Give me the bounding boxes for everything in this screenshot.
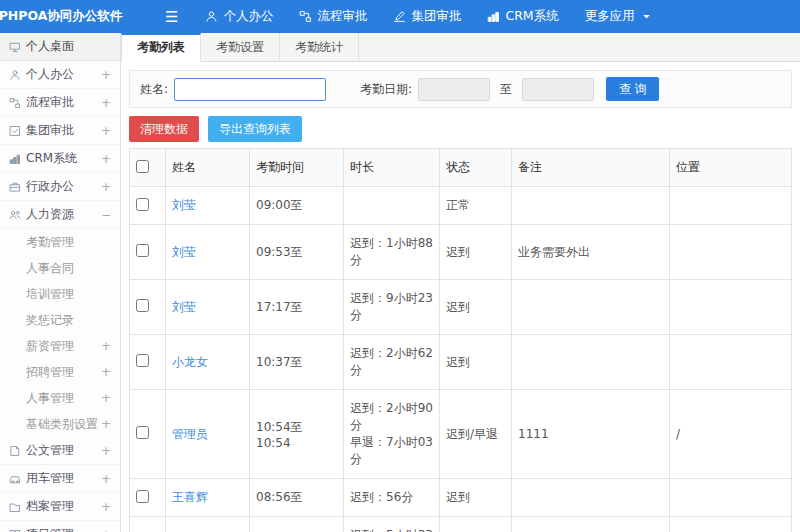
nav-item[interactable]: 个人办公 (192, 0, 286, 33)
sidebar-subitem[interactable]: 人事合同 (0, 255, 120, 281)
employee-name-link[interactable]: 刘莹 (172, 245, 196, 259)
expand-icon[interactable]: + (101, 444, 111, 458)
row-checkbox[interactable] (136, 426, 149, 439)
sidebar-item-label: 个人桌面 (26, 38, 111, 55)
sidebar-subitem[interactable]: 基础类别设置+ (0, 411, 120, 437)
sidebar-subitem[interactable]: 奖惩记录 (0, 307, 120, 333)
export-list-button[interactable]: 导出查询列表 (208, 116, 302, 142)
briefcase-icon (9, 181, 26, 193)
clear-data-button[interactable]: 清理数据 (129, 116, 199, 142)
nav-item[interactable]: CRM系统 (474, 0, 571, 33)
tab-attendance-stats[interactable]: 考勤统计 (280, 33, 359, 61)
user-icon (9, 69, 26, 81)
status-cell: 迟到 (440, 280, 512, 335)
employee-name-link[interactable]: 管理员 (172, 427, 208, 441)
status-cell: 迟到 (440, 225, 512, 280)
location-cell: / (670, 517, 792, 532)
sidebar-item-label: 用车管理 (26, 470, 97, 487)
nav-item[interactable]: 集团审批 (380, 0, 474, 33)
sidebar-subitem-label: 薪资管理 (26, 338, 97, 355)
tab-attendance-settings[interactable]: 考勤设置 (201, 33, 280, 61)
sidebar-item[interactable]: 流程审批+ (0, 89, 120, 117)
chart-icon (9, 153, 26, 165)
sidebar-item[interactable]: 人力资源− (0, 201, 120, 229)
sidebar-item[interactable]: 公文管理+ (0, 437, 120, 465)
expand-icon[interactable]: + (101, 96, 111, 110)
expand-icon[interactable]: + (101, 472, 111, 486)
nav-item-label: 集团审批 (411, 8, 461, 25)
sidebar-subitem-label: 人事合同 (26, 260, 111, 277)
date-from-input[interactable] (418, 78, 490, 101)
expand-icon[interactable]: + (101, 124, 111, 138)
sidebar-subitem[interactable]: 招聘管理+ (0, 359, 120, 385)
expand-icon[interactable]: + (101, 528, 111, 532)
sidebar-subitem[interactable]: 薪资管理+ (0, 333, 120, 359)
expand-icon[interactable]: + (101, 391, 111, 405)
table-row: 刘莹09:53至迟到：1小时88分迟到业务需要外出 (130, 225, 792, 280)
sidebar-subitem-label: 招聘管理 (26, 364, 97, 381)
row-checkbox[interactable] (136, 198, 149, 211)
sidebar-subitem[interactable]: 人事管理+ (0, 385, 120, 411)
date-to-label: 至 (500, 81, 512, 98)
content-area: 考勤列表考勤设置考勤统计 姓名: 考勤日期: 至 查 询 清理数据 导出查询列表 (121, 33, 800, 532)
location-cell (670, 187, 792, 225)
project-icon (9, 529, 26, 532)
header-note: 备注 (512, 149, 670, 187)
note-cell (512, 187, 670, 225)
sidebar-item[interactable]: 个人桌面 (0, 33, 120, 61)
date-to-input[interactable] (522, 78, 594, 101)
row-checkbox[interactable] (136, 244, 149, 257)
employee-name-link[interactable]: 小龙女 (172, 355, 208, 369)
row-checkbox[interactable] (136, 354, 149, 367)
sidebar-item-label: 流程审批 (26, 94, 97, 111)
sidebar-item-label: 人力资源 (26, 206, 97, 223)
expand-icon[interactable]: + (101, 339, 111, 353)
menu-toggle-button[interactable]: ☰ (165, 0, 178, 33)
collapse-icon[interactable]: − (101, 208, 111, 222)
sidebar-item[interactable]: 档案管理+ (0, 493, 120, 521)
desktop-icon (9, 41, 26, 53)
sidebar-item[interactable]: 行政办公+ (0, 173, 120, 201)
location-cell (670, 225, 792, 280)
sidebar-item[interactable]: 用车管理+ (0, 465, 120, 493)
expand-icon[interactable]: + (101, 68, 111, 82)
location-cell (670, 280, 792, 335)
flow-icon (299, 10, 312, 23)
tab-bar: 考勤列表考勤设置考勤统计 (121, 33, 800, 62)
row-checkbox[interactable] (136, 299, 149, 312)
sidebar-item-label: 公文管理 (26, 442, 97, 459)
sidebar-subitem-label: 人事管理 (26, 390, 97, 407)
status-cell: 迟到/早退 (440, 390, 512, 479)
note-cell (512, 280, 670, 335)
row-checkbox[interactable] (136, 490, 149, 503)
sidebar-item[interactable]: 集团审批+ (0, 117, 120, 145)
sidebar-item[interactable]: CRM系统+ (0, 145, 120, 173)
search-button[interactable]: 查 询 (606, 77, 659, 101)
tab-attendance-list[interactable]: 考勤列表 (121, 33, 201, 62)
name-filter-label: 姓名: (140, 81, 168, 98)
nav-item[interactable]: 更多应用 (572, 0, 666, 33)
user-icon (205, 10, 218, 23)
name-filter-input[interactable] (174, 78, 326, 101)
expand-icon[interactable]: + (101, 180, 111, 194)
employee-name-link[interactable]: 刘莹 (172, 300, 196, 314)
car-icon (9, 473, 26, 485)
document-icon (9, 445, 26, 457)
header-location: 位置 (670, 149, 792, 187)
nav-item-label: 个人办公 (223, 8, 273, 25)
expand-icon[interactable]: + (101, 152, 111, 166)
sidebar-item[interactable]: 个人办公+ (0, 61, 120, 89)
employee-name-link[interactable]: 王喜辉 (172, 490, 208, 504)
nav-item-label: CRM系统 (505, 8, 558, 25)
employee-name-link[interactable]: 刘莹 (172, 198, 196, 212)
expand-icon[interactable]: + (101, 365, 111, 379)
nav-item[interactable]: 流程审批 (286, 0, 380, 33)
sidebar-item[interactable]: 项目管理+ (0, 521, 120, 532)
sidebar-subitem[interactable]: 考勤管理 (0, 229, 120, 255)
expand-icon[interactable]: + (101, 500, 111, 514)
filter-bar: 姓名: 考勤日期: 至 查 询 (129, 70, 792, 108)
sidebar-item-label: 档案管理 (26, 498, 97, 515)
sidebar-subitem[interactable]: 培训管理 (0, 281, 120, 307)
select-all-checkbox[interactable] (136, 160, 149, 173)
expand-icon[interactable]: + (101, 417, 111, 431)
